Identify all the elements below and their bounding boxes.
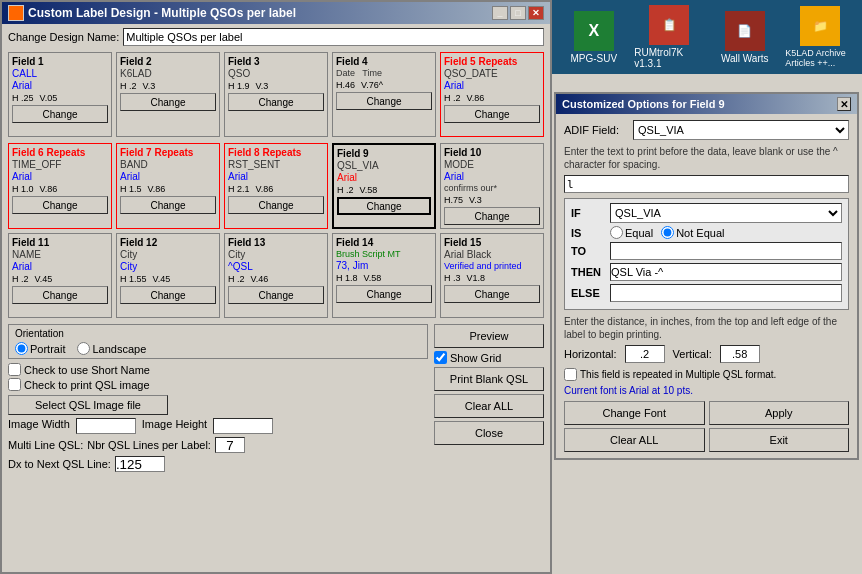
horiz-label: Horizontal: (564, 348, 617, 360)
field-1-font: Arial (12, 80, 108, 91)
field-7-sub: BAND (120, 159, 216, 170)
field-4-metrics: H.46V.76^ (336, 80, 432, 90)
field-12-label: Field 12 (120, 237, 216, 248)
field-15-metrics: H .3V1.8 (444, 273, 540, 283)
field-11-change-button[interactable]: Change (12, 286, 108, 304)
field-13-change-button[interactable]: Change (228, 286, 324, 304)
orientation-box: Orientation Portrait Landscape (8, 324, 428, 359)
field-11-box: Field 11 NAME Arial H .2V.45 Change (8, 233, 112, 318)
exit-button[interactable]: Exit (709, 428, 850, 452)
apply-button[interactable]: Apply (709, 401, 850, 425)
to-row: TO (571, 242, 842, 260)
then-input[interactable] (610, 263, 842, 281)
preview-button[interactable]: Preview (434, 324, 544, 348)
dx-row: Dx to Next QSL Line: (8, 456, 428, 472)
short-name-checkbox[interactable] (8, 363, 21, 376)
taskbar-icon-k5lad[interactable]: 📁 K5LAD Archive Articles ++... (785, 6, 855, 68)
field-15-label: Field 15 (444, 237, 540, 248)
field-2-metrics: H .2V.3 (120, 81, 216, 91)
app-icon (8, 5, 24, 21)
nbr-qsl-input[interactable] (215, 437, 245, 453)
field-14-label: Field 14 (336, 237, 432, 248)
portrait-option[interactable]: Portrait (15, 342, 65, 355)
field-6-metrics: H 1.0V.86 (12, 184, 108, 194)
field-5-box: Field 5 Repeats QSO_DATE Arial H .2V.86 … (440, 52, 544, 137)
horiz-input[interactable] (625, 345, 665, 363)
then-label: THEN (571, 266, 606, 278)
field-6-font: Arial (12, 171, 108, 182)
landscape-radio[interactable] (77, 342, 90, 355)
dialog-clear-all-button[interactable]: Clear ALL (564, 428, 705, 452)
field-5-change-button[interactable]: Change (444, 105, 540, 123)
to-input[interactable] (610, 242, 842, 260)
clear-all-button[interactable]: Clear ALL (434, 394, 544, 418)
check-options: Check to use Short Name Check to print Q… (8, 363, 428, 391)
print-qsl-checkbox[interactable] (8, 378, 21, 391)
equal-option[interactable]: Equal (610, 226, 653, 239)
taskbar-icon-wall[interactable]: 📄 Wall Warts (710, 11, 780, 64)
field-10-change-button[interactable]: Change (444, 207, 540, 225)
field-3-change-button[interactable]: Change (228, 93, 324, 111)
equal-radio[interactable] (610, 226, 623, 239)
dialog-buttons-row-1: Change Font Apply (564, 401, 849, 425)
short-name-row: Check to use Short Name (8, 363, 428, 376)
current-font-text: Current font is Arial at 10 pts. (564, 385, 849, 396)
dialog-title-bar: Customized Options for Field 9 ✕ (556, 94, 857, 114)
image-width-input[interactable] (76, 418, 136, 434)
field-8-change-button[interactable]: Change (228, 196, 324, 214)
fields-row-1: Field 1 CALL Arial H .25V.05 Change Fiel… (8, 52, 544, 137)
field-7-change-button[interactable]: Change (120, 196, 216, 214)
dx-label: Dx to Next QSL Line: (8, 458, 111, 470)
image-height-input[interactable] (213, 418, 273, 434)
field-1-box: Field 1 CALL Arial H .25V.05 Change (8, 52, 112, 137)
field-14-change-button[interactable]: Change (336, 285, 432, 303)
design-name-input[interactable] (123, 28, 544, 46)
field-13-box: Field 13 City ^QSL H .2V.46 Change (224, 233, 328, 318)
vert-input[interactable] (720, 345, 760, 363)
field-9-sub: QSL_VIA (337, 160, 431, 171)
field-15-sub: Arial Black (444, 249, 540, 260)
field-10-sub2: confirms our* (444, 183, 540, 193)
field-7-label: Field 7 Repeats (120, 147, 216, 158)
field-6-change-button[interactable]: Change (12, 196, 108, 214)
field-9-change-button[interactable]: Change (337, 197, 431, 215)
field-2-label: Field 2 (120, 56, 216, 67)
select-image-button[interactable]: Select QSL Image file (8, 395, 168, 415)
field-10-box: Field 10 MODE Arial confirms our* H.75V.… (440, 143, 544, 229)
if-select[interactable]: QSL_VIA (610, 203, 842, 223)
taskbar-icon-mpg[interactable]: X MPG-SUV (559, 11, 629, 64)
field-15-change-button[interactable]: Change (444, 285, 540, 303)
change-font-button[interactable]: Change Font (564, 401, 705, 425)
field-12-font: City (120, 261, 216, 272)
field-1-change-button[interactable]: Change (12, 105, 108, 123)
not-equal-option[interactable]: Not Equal (661, 226, 724, 239)
prefix-input[interactable] (564, 175, 849, 193)
field-5-sub: QSO_DATE (444, 68, 540, 79)
field-8-sub: RST_SENT (228, 159, 324, 170)
taskbar-icon-rum[interactable]: 📋 RUMtrol7K v1.3.1 (634, 5, 704, 69)
dialog-close-button[interactable]: ✕ (837, 97, 851, 111)
field-12-box: Field 12 City City H 1.55V.45 Change (116, 233, 220, 318)
field-12-change-button[interactable]: Change (120, 286, 216, 304)
field-4-change-button[interactable]: Change (336, 92, 432, 110)
not-equal-radio[interactable] (661, 226, 674, 239)
taskbar-label-wall: Wall Warts (721, 53, 769, 64)
vert-label: Vertical: (673, 348, 712, 360)
close-button[interactable]: ✕ (528, 6, 544, 20)
show-grid-checkbox[interactable] (434, 351, 447, 364)
close-main-button[interactable]: Close (434, 421, 544, 445)
landscape-option[interactable]: Landscape (77, 342, 146, 355)
adif-select[interactable]: QSL_VIA (633, 120, 849, 140)
portrait-radio[interactable] (15, 342, 28, 355)
dx-input[interactable] (115, 456, 165, 472)
maximize-button[interactable]: □ (510, 6, 526, 20)
print-blank-button[interactable]: Print Blank QSL (434, 367, 544, 391)
portrait-label: Portrait (30, 343, 65, 355)
field-4-box: Field 4 Date Time H.46V.76^ Change (332, 52, 436, 137)
else-input[interactable] (610, 284, 842, 302)
repeated-checkbox[interactable] (564, 368, 577, 381)
is-label: IS (571, 227, 606, 239)
dialog-title-text: Customized Options for Field 9 (562, 98, 725, 110)
minimize-button[interactable]: _ (492, 6, 508, 20)
field-2-change-button[interactable]: Change (120, 93, 216, 111)
